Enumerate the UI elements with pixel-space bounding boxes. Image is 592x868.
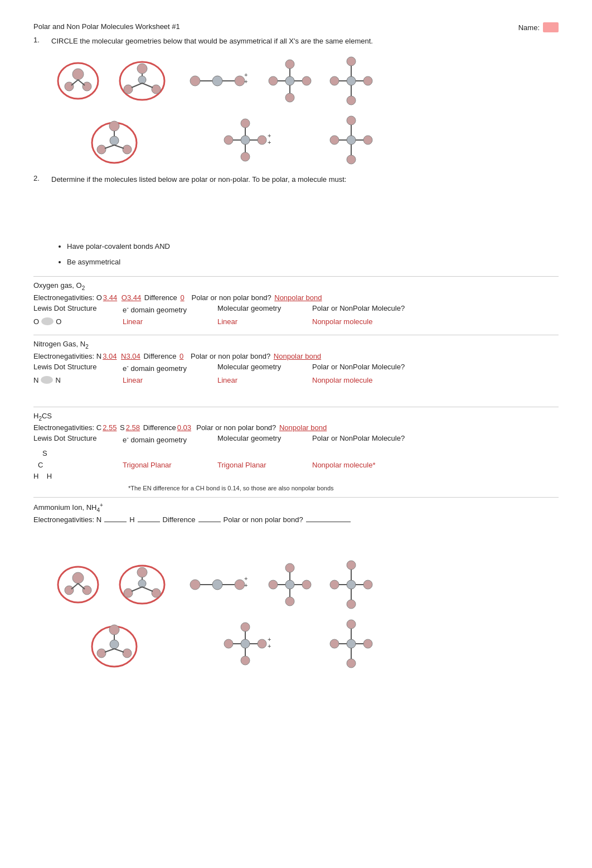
ammonium-section: Ammonium Ion, NH4+ Electronegativities: … (33, 497, 559, 524)
svg-point-34 (363, 76, 372, 85)
h2cs-en-label: Electronegativities: C (33, 423, 101, 432)
svg-point-58 (347, 116, 356, 125)
svg-point-89 (285, 597, 294, 606)
h2cs-en-s: 2.58 (126, 423, 140, 432)
q1-text: CIRCLE the molecular geometries below th… (51, 36, 373, 47)
shape-svg-5 (329, 56, 373, 106)
shape-bottom-svg-1 (56, 562, 100, 607)
shape-svg-2 (117, 59, 167, 103)
svg-point-92 (285, 580, 294, 589)
shape-oval-circled (56, 59, 100, 103)
oxygen-title: Oxygen gas, O2 (33, 281, 559, 291)
h2cs-c-atom: C (33, 460, 43, 471)
h2cs-footnote: *The EN difference for a CH bond is 0.14… (128, 485, 559, 491)
h2cs-hh-atoms: H H (33, 471, 52, 483)
shape-svg-8 (329, 115, 373, 165)
shape-cross-1 (268, 59, 312, 103)
h2cs-polar-label: Polar or non polar bond? (192, 423, 278, 432)
svg-point-97 (347, 561, 356, 570)
oxygen-title-text: Oxygen gas, O (33, 281, 82, 290)
nitrogen-edomain: Linear (123, 376, 217, 384)
svg-text:+: + (268, 132, 271, 139)
h2cs-edomain: Trigonal Planar (123, 461, 217, 469)
h2cs-en-line: Electronegativities: C 2.55 S 2.58 Diffe… (33, 423, 559, 432)
shape-bottom-t2 (329, 619, 373, 669)
shape-circled-2 (117, 59, 167, 103)
shape-svg-3: + + (184, 67, 251, 95)
ammonium-n-blank (104, 522, 127, 522)
svg-point-81 (190, 580, 200, 590)
shape-bottom-svg-3: + + (184, 571, 251, 599)
ammonium-title: Ammonium Ion, NH4+ (33, 502, 559, 513)
oxygen-section: Oxygen gas, O2 Electronegativities: O 3.… (33, 276, 559, 326)
title-text: Polar and Non Polar Molecules Worksheet … (33, 22, 180, 31)
svg-line-112 (105, 649, 114, 652)
h2cs-lewis-struct: S C H H (33, 448, 123, 483)
svg-point-85 (235, 580, 245, 590)
shape-svg-1 (56, 59, 100, 103)
svg-point-127 (347, 659, 356, 668)
svg-point-101 (363, 580, 372, 589)
svg-point-48 (241, 136, 250, 144)
q1-label: 1. CIRCLE the molecular geometries below… (33, 36, 559, 47)
svg-point-59 (347, 136, 356, 144)
h2cs-col-2: e- domain geometry (123, 434, 217, 444)
nitrogen-subscript: 2 (85, 344, 89, 350)
svg-point-88 (285, 563, 294, 572)
nitrogen-col-1: Lewis Dot Structure (33, 363, 123, 373)
svg-line-79 (132, 587, 142, 591)
svg-point-47 (241, 119, 250, 128)
oxygen-molgeo: Linear (217, 317, 312, 326)
h2cs-data-row: S C H H Trigonal Planar Trigonal Planar … (33, 448, 559, 483)
shape-bottom-cross2: + + (212, 621, 279, 666)
ammonium-diff-label: Difference (163, 515, 196, 524)
nitrogen-en-line: Electronegativities: N 3.04 N3.04 Differ… (33, 352, 559, 360)
nitrogen-lewis: N N (33, 376, 123, 384)
svg-point-108 (97, 649, 106, 658)
oxygen-col-1: Lewis Dot Structure (33, 304, 123, 314)
svg-point-77 (138, 580, 146, 587)
oxygen-data-row: O O Linear Linear Nonpolar molecule (33, 317, 559, 326)
h2cs-en-c: 2.55 (103, 423, 117, 432)
svg-point-128 (330, 639, 339, 648)
nitrogen-bond-dot (41, 376, 53, 384)
oxygen-en-label: Electronegativities: O (33, 293, 102, 302)
svg-line-46 (114, 145, 124, 148)
ammonium-polar-label: Polar or non polar bond? (224, 515, 303, 524)
svg-point-49 (241, 152, 250, 161)
h2cs-h-sub: 2 (38, 415, 42, 421)
worksheet-title: Polar and Non Polar Molecules Worksheet … (33, 22, 180, 31)
nitrogen-diff-label: Difference (142, 352, 178, 360)
name-label: Name: (518, 23, 540, 32)
svg-point-75 (124, 589, 133, 597)
nitrogen-en-n2-label (118, 352, 120, 360)
shape-circled-triangle (89, 115, 139, 165)
nitrogen-data-row: N N Linear Linear Nonpolar molecule (33, 376, 559, 384)
svg-point-18 (235, 76, 245, 86)
nitrogen-polar-label: Polar or non polar bond? (185, 352, 273, 360)
nitrogen-title: Nitrogen Gas, N2 (33, 340, 559, 350)
svg-text:+: + (268, 643, 271, 649)
shapes-row-1: + + (56, 56, 559, 106)
svg-point-25 (285, 76, 294, 85)
svg-point-116 (241, 656, 250, 665)
svg-point-24 (302, 76, 311, 85)
svg-text:+: + (244, 582, 248, 589)
ammonium-en-line: Electronegativities: N H Difference Pola… (33, 515, 559, 524)
nitrogen-polar-val: Nonpolar bond (274, 352, 321, 360)
shapes-row-bottom-2: + + (56, 619, 559, 669)
svg-point-50 (224, 136, 233, 144)
shapes-row-bottom-1: + + (56, 560, 559, 610)
name-highlight (543, 22, 559, 32)
svg-point-3 (83, 82, 91, 91)
svg-point-99 (347, 600, 356, 609)
shape-circled-1 (56, 59, 100, 103)
oxygen-atom-1: O (33, 317, 39, 326)
h2cs-col-3: Molecular geometry (217, 434, 312, 444)
oxygen-atom-2: O (56, 317, 61, 326)
svg-point-14 (190, 76, 200, 86)
svg-point-51 (258, 136, 266, 144)
shape-t-1 (329, 56, 373, 106)
svg-line-113 (114, 649, 124, 652)
shape-bottom-svg-2 (117, 562, 167, 607)
